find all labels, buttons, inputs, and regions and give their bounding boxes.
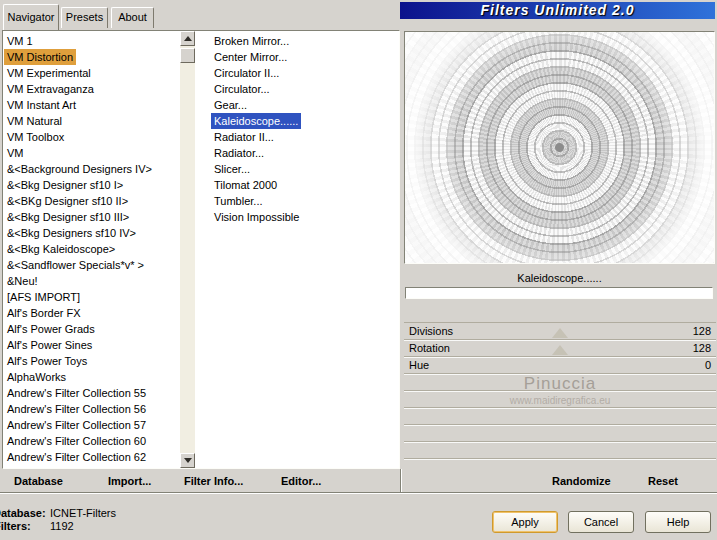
- window-title: Filters Unlimited 2.0: [480, 2, 634, 18]
- preview-pane: [404, 31, 715, 264]
- category-item[interactable]: Andrew's Filter Collection 62: [4, 449, 149, 465]
- param-row-empty: [404, 408, 716, 425]
- category-item[interactable]: Andrew's Filter Collection 60: [4, 433, 149, 449]
- parameter-table: Divisions 128 Rotation 128 Hue 0: [404, 322, 716, 459]
- category-item[interactable]: &<Bkg Designers sf10 IV>: [4, 225, 139, 241]
- param-row-rotation: Rotation 128: [404, 340, 716, 357]
- filters-unlimited-window: Navigator Presets About Filters Unlimite…: [0, 0, 717, 540]
- param-row-empty: [404, 374, 716, 391]
- scroll-down-button[interactable]: [180, 453, 195, 468]
- apply-button[interactable]: Apply: [492, 511, 558, 533]
- category-item[interactable]: VM Experimental: [4, 65, 94, 81]
- param-value-divisions: 128: [693, 323, 711, 340]
- category-item[interactable]: &Neu!: [4, 273, 41, 289]
- category-item[interactable]: AlphaWorks: [4, 369, 69, 385]
- category-item[interactable]: &<Background Designers IV>: [4, 161, 155, 177]
- editor-button[interactable]: Editor...: [281, 473, 321, 489]
- selected-filter-label: Kaleidoscope......: [404, 272, 715, 284]
- param-label-hue: Hue: [404, 359, 429, 371]
- category-item[interactable]: &<Sandflower Specials*v* >: [4, 257, 147, 273]
- category-scrollbar[interactable]: [180, 31, 195, 468]
- param-label-divisions: Divisions: [404, 325, 453, 337]
- filter-item[interactable]: Radiator...: [211, 145, 267, 161]
- param-label-rotation: Rotation: [404, 342, 450, 354]
- kaleidoscope-preview-image: [405, 32, 714, 263]
- filter-item[interactable]: Tumbler...: [211, 193, 266, 209]
- arrow-up-icon: [184, 32, 192, 41]
- category-item[interactable]: VM Instant Art: [4, 97, 79, 113]
- navigator-listbox: VM 1VM DistortionVM ExperimentalVM Extra…: [2, 30, 400, 469]
- category-item[interactable]: VM 1: [4, 33, 36, 49]
- filters-status-value: 1192: [50, 520, 74, 532]
- category-item[interactable]: &<Bkg Designer sf10 III>: [4, 209, 132, 225]
- category-list: VM 1VM DistortionVM ExperimentalVM Extra…: [4, 33, 178, 465]
- filter-item[interactable]: Center Mirror...: [211, 49, 290, 65]
- category-item[interactable]: VM Natural: [4, 113, 65, 129]
- preview-progress-bar: [405, 287, 713, 299]
- cancel-button[interactable]: Cancel: [568, 511, 634, 533]
- scroll-up-button[interactable]: [180, 31, 195, 46]
- filter-item[interactable]: Circulator II...: [211, 65, 282, 81]
- title-banner: Filters Unlimited 2.0: [400, 2, 715, 19]
- tab-about-label: About: [118, 11, 147, 23]
- arrow-down-icon: [184, 458, 192, 467]
- reset-button[interactable]: Reset: [648, 473, 678, 489]
- param-row-empty: [404, 425, 716, 442]
- filter-item[interactable]: Gear...: [211, 97, 250, 113]
- bottom-divider: [0, 492, 717, 494]
- filter-item[interactable]: Circulator...: [211, 81, 273, 97]
- tab-navigator[interactable]: Navigator: [3, 4, 59, 30]
- filter-item[interactable]: Tilomat 2000: [211, 177, 280, 193]
- slider-thumb-icon[interactable]: [552, 345, 568, 355]
- param-row-empty: [404, 442, 716, 459]
- category-item[interactable]: &<Bkg Designer sf10 I>: [4, 177, 126, 193]
- tab-about[interactable]: About: [111, 7, 154, 28]
- category-item[interactable]: Alf's Power Toys: [4, 353, 90, 369]
- category-item[interactable]: VM: [4, 145, 27, 161]
- import-button[interactable]: Import...: [108, 473, 151, 489]
- tab-navigator-label: Navigator: [7, 11, 54, 23]
- param-row-divisions: Divisions 128: [404, 323, 716, 340]
- filter-item[interactable]: Broken Mirror...: [211, 33, 292, 49]
- param-value-rotation: 128: [693, 340, 711, 357]
- param-row-hue: Hue 0: [404, 357, 716, 374]
- filter-item[interactable]: Radiator II...: [211, 129, 277, 145]
- panel-divider: [400, 469, 402, 493]
- param-row-empty: [404, 391, 716, 408]
- filter-item[interactable]: Vision Impossible: [211, 209, 302, 225]
- filter-info-button[interactable]: Filter Info...: [184, 473, 243, 489]
- category-item[interactable]: Alf's Power Sines: [4, 337, 95, 353]
- param-value-hue: 0: [705, 357, 711, 374]
- category-item[interactable]: Alf's Power Grads: [4, 321, 98, 337]
- category-item[interactable]: [AFS IMPORT]: [4, 289, 83, 305]
- status-area: Database: ICNET-Filters Filters: 1192: [0, 505, 260, 535]
- filter-list: Broken Mirror...Center Mirror...Circulat…: [211, 33, 397, 225]
- database-status-label: Database:: [0, 507, 46, 519]
- filter-item[interactable]: Slicer...: [211, 161, 253, 177]
- filters-status-label: Filters:: [0, 520, 31, 532]
- category-item[interactable]: &<BKg Designer sf10 II>: [4, 193, 131, 209]
- category-item[interactable]: VM Distortion: [4, 49, 76, 65]
- category-item[interactable]: &<Bkg Kaleidoscope>: [4, 241, 118, 257]
- category-item[interactable]: VM Extravaganza: [4, 81, 97, 97]
- tab-presets[interactable]: Presets: [61, 7, 108, 28]
- database-status-value: ICNET-Filters: [50, 507, 116, 519]
- scrollbar-thumb[interactable]: [180, 48, 195, 63]
- category-item[interactable]: Andrew's Filter Collection 56: [4, 401, 149, 417]
- category-item[interactable]: Andrew's Filter Collection 57: [4, 417, 149, 433]
- randomize-button[interactable]: Randomize: [552, 473, 611, 489]
- database-button[interactable]: Database: [14, 473, 63, 489]
- category-item[interactable]: VM Toolbox: [4, 129, 67, 145]
- tab-presets-label: Presets: [66, 11, 103, 23]
- help-button[interactable]: Help: [645, 511, 711, 533]
- category-item[interactable]: Andrew's Filter Collection 55: [4, 385, 149, 401]
- category-item[interactable]: Alf's Border FX: [4, 305, 84, 321]
- filter-item[interactable]: Kaleidoscope......: [211, 113, 301, 129]
- slider-thumb-icon[interactable]: [552, 328, 568, 338]
